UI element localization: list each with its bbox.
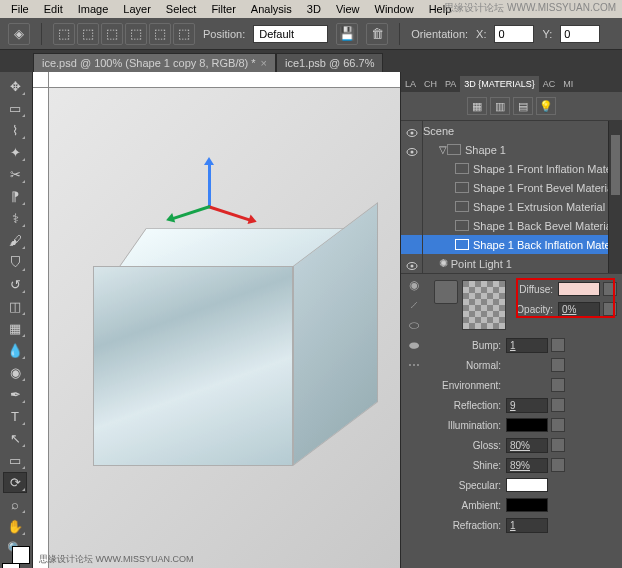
menu-window[interactable]: Window bbox=[368, 1, 421, 17]
menu-file[interactable]: File bbox=[4, 1, 36, 17]
tab-mini[interactable]: MI bbox=[559, 76, 577, 92]
scene-row-material[interactable]: Shape 1 Front Inflation Material bbox=[401, 159, 622, 178]
scene-row-root[interactable]: Scene bbox=[401, 121, 622, 140]
foreground-color-swatch[interactable] bbox=[2, 563, 20, 568]
menu-edit[interactable]: Edit bbox=[37, 1, 70, 17]
document-tab-ice[interactable]: ice.psd @ 100% (Shape 1 copy 8, RGB/8) *… bbox=[33, 53, 276, 72]
ruler-horizontal[interactable] bbox=[49, 72, 400, 88]
diffuse-map-button[interactable] bbox=[603, 282, 617, 296]
pen-tool[interactable]: ✒ bbox=[3, 384, 27, 405]
history-brush-tool[interactable]: ↺ bbox=[3, 274, 27, 295]
shine-map-button[interactable] bbox=[551, 458, 565, 472]
type-tool[interactable]: T bbox=[3, 406, 27, 427]
document-canvas[interactable] bbox=[49, 88, 400, 568]
menu-select[interactable]: Select bbox=[159, 1, 204, 17]
eyedropper-tool[interactable]: ⁋ bbox=[3, 186, 27, 207]
environment-map-button[interactable] bbox=[551, 378, 565, 392]
material-drop-icon[interactable]: ⟋ bbox=[403, 296, 425, 314]
gloss-value[interactable]: 80% bbox=[506, 438, 548, 453]
material-load-icon[interactable]: ⬬ bbox=[403, 336, 425, 354]
scene-row-material[interactable]: Shape 1 Front Bevel Material bbox=[401, 178, 622, 197]
material-select-icon[interactable]: ⬭ bbox=[403, 316, 425, 334]
gradient-tool[interactable]: ▦ bbox=[3, 318, 27, 339]
orientation-x-input[interactable] bbox=[494, 25, 534, 43]
ambient-swatch[interactable] bbox=[506, 498, 548, 512]
path-tool[interactable]: ↖ bbox=[3, 428, 27, 449]
material-thumbnail[interactable] bbox=[462, 280, 506, 330]
3d-axis-gizmo[interactable] bbox=[180, 163, 240, 233]
axis-x-icon[interactable] bbox=[207, 205, 251, 222]
scene-row-material[interactable]: Shape 1 Back Bevel Material bbox=[401, 216, 622, 235]
bump-map-button[interactable] bbox=[551, 338, 565, 352]
mesh-scale2-icon[interactable]: ⬚ bbox=[173, 23, 195, 45]
eraser-tool[interactable]: ◫ bbox=[3, 296, 27, 317]
menu-filter[interactable]: Filter bbox=[204, 1, 242, 17]
tab-paths[interactable]: PA bbox=[441, 76, 460, 92]
material-picker-icon[interactable]: ◉ bbox=[403, 276, 425, 294]
menu-layer[interactable]: Layer bbox=[116, 1, 158, 17]
opacity-value[interactable]: 0% bbox=[558, 302, 600, 317]
menu-3d[interactable]: 3D bbox=[300, 1, 328, 17]
specular-swatch[interactable] bbox=[506, 478, 548, 492]
mesh-roll-icon[interactable]: ⬚ bbox=[77, 23, 99, 45]
lasso-tool[interactable]: ⌇ bbox=[3, 120, 27, 141]
position-select[interactable]: Default bbox=[253, 25, 328, 43]
visibility-icon[interactable] bbox=[406, 127, 418, 135]
tab-channels[interactable]: CH bbox=[420, 76, 441, 92]
diffuse-swatch[interactable] bbox=[558, 282, 600, 296]
visibility-icon[interactable] bbox=[406, 146, 418, 154]
scene-row-material-selected[interactable]: Shape 1 Back Inflation Material bbox=[401, 235, 622, 254]
menu-analysis[interactable]: Analysis bbox=[244, 1, 299, 17]
material-preview-sphere[interactable] bbox=[434, 280, 458, 304]
background-color-swatch[interactable] bbox=[12, 546, 30, 564]
mesh-rotate-icon[interactable]: ⬚ bbox=[53, 23, 75, 45]
menu-view[interactable]: View bbox=[329, 1, 367, 17]
tab-layers[interactable]: LA bbox=[401, 76, 420, 92]
menu-image[interactable]: Image bbox=[71, 1, 116, 17]
shape-tool[interactable]: ▭ bbox=[3, 450, 27, 471]
ruler-vertical[interactable] bbox=[33, 88, 49, 568]
opacity-map-button[interactable] bbox=[603, 302, 617, 316]
scene-row-light[interactable]: ✺ Point Light 1 bbox=[401, 254, 622, 273]
3d-rotate-tool[interactable]: ⟳ bbox=[3, 472, 27, 493]
blur-tool[interactable]: 💧 bbox=[3, 340, 27, 361]
illumination-map-button[interactable] bbox=[551, 418, 565, 432]
hand-tool[interactable]: ✋ bbox=[3, 516, 27, 537]
visibility-icon[interactable] bbox=[406, 260, 418, 268]
axis-z-icon[interactable] bbox=[171, 205, 210, 220]
filter-scene-icon[interactable]: ▦ bbox=[467, 97, 487, 115]
shine-value[interactable]: 89% bbox=[506, 458, 548, 473]
scene-row-material[interactable]: Shape 1 Extrusion Material bbox=[401, 197, 622, 216]
scene-row-shape[interactable]: ▽ Shape 1 bbox=[401, 140, 622, 159]
marquee-tool[interactable]: ▭ bbox=[3, 98, 27, 119]
mesh-scale-icon[interactable]: ⬚ bbox=[149, 23, 171, 45]
crop-tool[interactable]: ✂ bbox=[3, 164, 27, 185]
mesh-slide-icon[interactable]: ⬚ bbox=[125, 23, 147, 45]
document-tab-ice1[interactable]: ice1.psb @ 66.7% bbox=[276, 53, 383, 72]
orientation-y-input[interactable] bbox=[560, 25, 600, 43]
bump-value[interactable]: 1 bbox=[506, 338, 548, 353]
3d-ice-cube[interactable] bbox=[85, 208, 365, 488]
mesh-pan-icon[interactable]: ⬚ bbox=[101, 23, 123, 45]
3d-camera-tool[interactable]: ⌕ bbox=[3, 494, 27, 515]
save-preset-icon[interactable]: 💾 bbox=[336, 23, 358, 45]
wand-tool[interactable]: ✦ bbox=[3, 142, 27, 163]
dodge-tool[interactable]: ◉ bbox=[3, 362, 27, 383]
stamp-tool[interactable]: ⛉ bbox=[3, 252, 27, 273]
healing-tool[interactable]: ⚕ bbox=[3, 208, 27, 229]
filter-light-icon[interactable]: 💡 bbox=[536, 97, 556, 115]
filter-material-icon[interactable]: ▤ bbox=[513, 97, 533, 115]
tool-preset-icon[interactable]: ◈ bbox=[8, 23, 30, 45]
material-more-icon[interactable]: ⋯ bbox=[403, 356, 425, 374]
color-swatches[interactable] bbox=[2, 563, 30, 564]
refraction-value[interactable]: 1 bbox=[506, 518, 548, 533]
tab-actions[interactable]: AC bbox=[539, 76, 560, 92]
delete-preset-icon[interactable]: 🗑 bbox=[366, 23, 388, 45]
gloss-map-button[interactable] bbox=[551, 438, 565, 452]
filter-mesh-icon[interactable]: ▥ bbox=[490, 97, 510, 115]
normal-map-button[interactable] bbox=[551, 358, 565, 372]
ruler-origin[interactable] bbox=[33, 72, 49, 88]
brush-tool[interactable]: 🖌 bbox=[3, 230, 27, 251]
move-tool[interactable]: ✥ bbox=[3, 76, 27, 97]
tab-3d-materials[interactable]: 3D {MATERIALS} bbox=[460, 76, 538, 92]
